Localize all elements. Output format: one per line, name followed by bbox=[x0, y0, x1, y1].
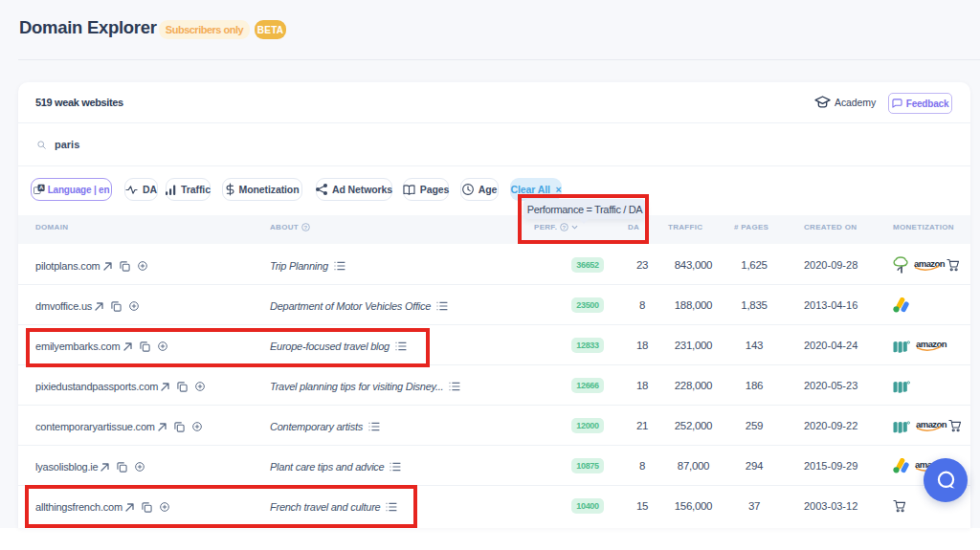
svg-text:?: ? bbox=[304, 224, 308, 230]
